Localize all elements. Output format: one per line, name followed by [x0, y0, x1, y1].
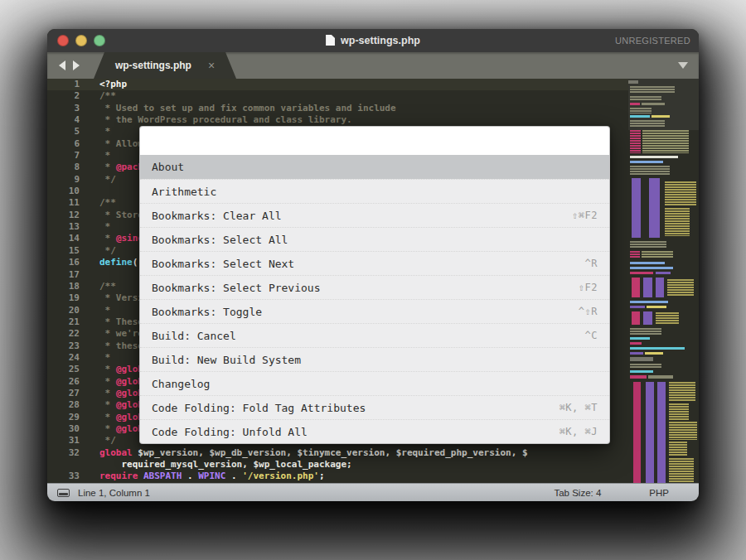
minimize-window-button[interactable] [75, 35, 87, 46]
palette-item[interactable]: Bookmarks: Select Next^R [140, 251, 609, 275]
palette-search-input[interactable] [140, 127, 609, 155]
palette-item[interactable]: Build: New Build System [140, 347, 609, 371]
code-text: * [87, 305, 110, 316]
line-number: 18 [47, 281, 87, 292]
code-text: /** [87, 281, 116, 292]
line-number: 21 [47, 316, 87, 328]
tab-close-icon[interactable]: × [208, 60, 215, 71]
code-line: required_mysql_version, $wp_local_packag… [47, 459, 628, 471]
minimap-code-mark [632, 178, 641, 238]
minimap-code-mark [665, 208, 690, 236]
minimap-code-mark [656, 278, 664, 297]
code-text: * [87, 150, 110, 162]
registration-status: UNREGISTERED [615, 36, 690, 46]
line-number: 4 [47, 114, 87, 126]
minimap-code-mark [630, 115, 650, 118]
line-number: 14 [47, 233, 87, 244]
palette-item[interactable]: Bookmarks: Select Previous⇧F2 [140, 275, 609, 299]
line-number: 9 [47, 174, 87, 186]
minimap-code-mark [630, 272, 653, 274]
palette-item-label: Bookmarks: Clear All [152, 210, 282, 222]
minimap-code-mark [642, 251, 673, 258]
minimap[interactable] [628, 79, 699, 483]
code-text: <?php [87, 79, 127, 90]
minimap-code-mark [652, 115, 670, 118]
palette-item-label: Arithmetic [152, 186, 216, 198]
nav-forward-icon[interactable] [73, 60, 80, 70]
minimap-code-mark [648, 375, 673, 379]
line-number: 25 [47, 364, 87, 375]
minimap-code-mark [633, 382, 641, 483]
tab-wp-settings[interactable]: wp-settings.php × [94, 52, 236, 79]
minimap-code-mark [630, 161, 663, 163]
minimap-code-mark [630, 337, 650, 340]
line-number: 12 [47, 210, 87, 221]
palette-item[interactable]: Code Folding: Unfold All⌘K, ⌘J [140, 419, 609, 443]
minimap-code-mark [632, 311, 640, 325]
code-text: * Used to set up and fix common variable… [87, 103, 396, 114]
palette-item[interactable]: Arithmetic [140, 179, 609, 203]
minimap-code-mark [630, 96, 661, 101]
minimap-code-mark [630, 342, 642, 345]
line-number: 27 [47, 388, 87, 399]
palette-item[interactable]: About [140, 155, 609, 179]
document-icon [326, 35, 335, 46]
editor-area[interactable]: 1<?php2/**3 * Used to set up and fix com… [47, 79, 699, 483]
line-number: 15 [47, 245, 87, 257]
code-line: 2/** [47, 90, 628, 102]
palette-item[interactable]: Bookmarks: Toggle^⇧R [140, 299, 609, 323]
minimap-code-mark [632, 278, 640, 297]
palette-item-shortcut: ⌘K, ⌘T [560, 402, 598, 413]
palette-item-shortcut: ⇧F2 [579, 282, 598, 293]
minimap-code-mark [649, 178, 660, 238]
title-bar: wp-settings.php UNREGISTERED [47, 29, 699, 52]
minimap-code-mark [630, 130, 641, 153]
minimap-code-mark [645, 352, 663, 355]
sublime-text-window: wp-settings.php UNREGISTERED wp-settings… [47, 29, 699, 501]
minimap-code-mark [630, 375, 647, 379]
tab-size-indicator[interactable]: Tab Size: 4 [554, 488, 601, 498]
code-text: * [87, 126, 110, 138]
code-text: * [87, 352, 110, 364]
palette-item[interactable]: Changelog [140, 371, 609, 395]
panel-toggle-icon[interactable] [57, 489, 70, 497]
minimap-code-mark [669, 382, 695, 402]
palette-item[interactable]: Code Folding: Fold Tag Attributes⌘K, ⌘T [140, 395, 609, 419]
minimap-code-mark [630, 108, 652, 113]
code-text: * the WordPress procedural and class lib… [87, 114, 352, 126]
line-number: 29 [47, 412, 87, 423]
window-title-area: wp-settings.php [47, 35, 699, 46]
palette-item[interactable]: Bookmarks: Clear All⇧⌘F2 [140, 203, 609, 227]
syntax-indicator[interactable]: PHP [649, 488, 669, 498]
code-line: 32global $wp_version, $wp_db_version, $t… [47, 447, 628, 459]
code-text: * [87, 221, 110, 233]
line-number: 3 [47, 103, 87, 114]
zoom-window-button[interactable] [94, 35, 105, 46]
line-number: 28 [47, 399, 87, 411]
nav-back-icon[interactable] [59, 60, 65, 70]
tab-label: wp-settings.php [115, 60, 191, 71]
minimap-code-mark [669, 458, 694, 483]
palette-item-label: Code Folding: Fold Tag Attributes [152, 402, 366, 414]
minimap-code-mark [647, 306, 666, 308]
palette-item-label: Bookmarks: Select All [152, 234, 288, 246]
minimap-code-mark [656, 272, 671, 274]
palette-item-label: About [152, 161, 184, 173]
close-window-button[interactable] [57, 35, 69, 46]
code-text: required_mysql_version, $wp_local_packag… [87, 459, 352, 471]
minimap-code-mark [643, 311, 652, 325]
minimap-code-mark [630, 166, 670, 175]
palette-item-list: AboutArithmeticBookmarks: Clear All⇧⌘F2B… [140, 155, 609, 443]
palette-item[interactable]: Bookmarks: Select All [140, 227, 609, 251]
palette-item[interactable]: Build: Cancel^C [140, 323, 609, 347]
line-number: 30 [47, 423, 87, 435]
minimap-code-mark [630, 370, 653, 373]
line-number: 22 [47, 328, 87, 340]
line-number: 19 [47, 292, 87, 304]
status-bar: Line 1, Column 1 Tab Size: 4 PHP [47, 483, 699, 501]
tab-overflow-icon[interactable] [678, 62, 688, 69]
palette-item-label: Bookmarks: Select Next [152, 258, 294, 270]
minimap-code-mark [630, 267, 673, 269]
minimap-code-mark [630, 251, 640, 258]
palette-item-label: Bookmarks: Select Previous [152, 282, 321, 294]
